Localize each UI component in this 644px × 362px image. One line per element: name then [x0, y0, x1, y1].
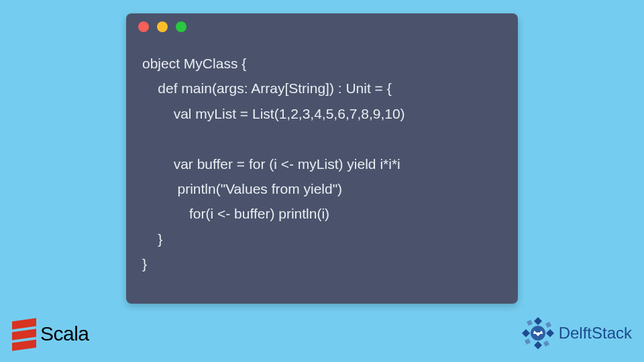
svg-marker-0 — [534, 317, 542, 325]
code-window: object MyClass { def main(args: Array[St… — [126, 13, 518, 304]
code-block: object MyClass { def main(args: Array[St… — [126, 40, 518, 292]
maximize-icon[interactable] — [176, 21, 186, 32]
delftstack-logo-label: DelftStack — [559, 324, 632, 343]
code-line: } — [142, 256, 147, 272]
delftstack-logo-icon — [521, 316, 555, 350]
svg-marker-6 — [543, 341, 549, 347]
code-line: def main(args: Array[String]) : Unit = { — [142, 80, 392, 96]
scala-logo: Scala — [12, 318, 89, 350]
svg-marker-5 — [527, 320, 533, 326]
code-line: val myList = List(1,2,3,4,5,6,7,8,9,10) — [142, 106, 405, 121]
svg-marker-3 — [546, 329, 554, 337]
svg-marker-2 — [522, 329, 530, 337]
code-line: } — [142, 231, 162, 247]
scala-logo-label: Scala — [40, 322, 89, 345]
close-icon[interactable] — [138, 21, 149, 32]
delftstack-logo: DelftStack — [521, 316, 632, 350]
svg-marker-1 — [534, 341, 542, 349]
minimize-icon[interactable] — [157, 21, 168, 32]
scala-logo-icon — [12, 318, 36, 350]
code-line: var buffer = for (i <- myList) yield i*i… — [142, 156, 400, 172]
code-line: println("Values from yield") — [142, 181, 342, 196]
svg-marker-4 — [545, 322, 551, 328]
code-line: for(i <- buffer) println(i) — [142, 206, 329, 221]
code-line: object MyClass { — [142, 56, 246, 71]
svg-marker-7 — [525, 339, 531, 345]
window-titlebar — [126, 13, 518, 40]
